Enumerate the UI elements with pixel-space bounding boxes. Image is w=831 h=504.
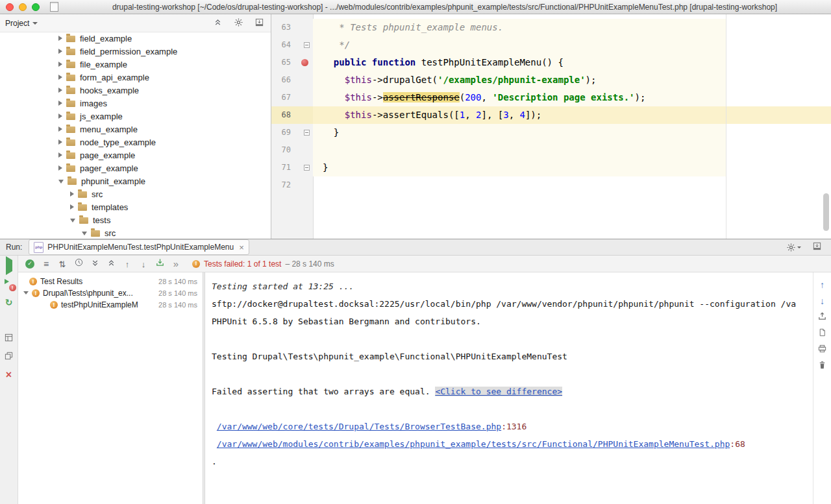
open-in-editor-button[interactable] <box>816 327 829 340</box>
show-ignored-button[interactable]: ≡ <box>40 258 53 270</box>
editor-line[interactable]: 71} <box>271 159 831 176</box>
project-tree-item[interactable]: field_permission_example <box>0 45 271 58</box>
chevron-right-icon[interactable] <box>58 62 62 67</box>
folder-icon <box>66 114 75 120</box>
editor-line[interactable]: 69 } <box>271 124 831 141</box>
chevron-right-icon[interactable] <box>58 139 62 145</box>
see-difference-link[interactable]: <Click to see difference> <box>435 387 562 396</box>
chevron-down-icon[interactable] <box>82 232 87 235</box>
collapse-all-button[interactable] <box>211 17 224 30</box>
editor-line[interactable]: 64 */ <box>271 36 831 54</box>
test-duration: 28 s 140 ms <box>156 301 197 309</box>
project-tree-item[interactable]: file_example <box>0 58 271 71</box>
hide-passed-button[interactable]: ✓ <box>23 258 36 270</box>
editor-line[interactable]: 72 <box>271 176 831 194</box>
project-tree-item[interactable]: page_example <box>0 149 271 162</box>
chevron-right-icon[interactable] <box>58 126 62 132</box>
test-history-button[interactable] <box>153 258 166 270</box>
editor-line[interactable]: 65 public function testPhpUnitExampleMen… <box>271 54 831 71</box>
project-tree-item[interactable]: src <box>0 187 271 200</box>
expand-all-button[interactable] <box>88 258 101 270</box>
editor-scrollbar[interactable] <box>823 193 829 231</box>
project-tree-item[interactable]: images <box>0 97 271 110</box>
code-editor[interactable]: 63 * Tests phpunit_example menus.64 */65… <box>271 14 831 239</box>
editor-line[interactable]: 67 $this->assertResponse(200, 'Descripti… <box>271 89 831 106</box>
failed-test-icon: ! <box>32 289 40 297</box>
hide-panel-button[interactable] <box>253 17 266 30</box>
chevron-right-icon[interactable] <box>70 204 74 210</box>
editor-line[interactable]: 70 <box>271 141 831 159</box>
project-tree-item[interactable]: src <box>0 226 271 239</box>
test-tree-item[interactable]: !testPhpUnitExampleM28 s 140 ms <box>18 299 203 311</box>
editor-line[interactable]: 63 * Tests phpunit_example menus. <box>271 19 831 36</box>
code-line-text: } <box>313 124 831 141</box>
chevron-right-icon[interactable] <box>58 101 62 106</box>
previous-occurrence-icon: ↑ <box>820 279 825 291</box>
project-tree-item[interactable]: menu_example <box>0 123 271 136</box>
next-failed-test-button[interactable]: ↓ <box>137 258 150 270</box>
fold-marker-icon[interactable] <box>304 42 310 48</box>
pin-tab-button[interactable] <box>3 350 16 363</box>
folder-name: hooks_example <box>80 86 139 95</box>
zoom-window-button[interactable] <box>32 3 40 11</box>
next-occurrence-button[interactable]: ↓ <box>816 294 829 307</box>
restore-layout-button[interactable] <box>3 332 16 345</box>
test-console[interactable]: Testing started at 13:25 ...sftp://docke… <box>205 272 813 504</box>
settings-gear-button[interactable] <box>232 17 245 30</box>
chevron-right-icon[interactable] <box>58 152 62 158</box>
test-tree-item[interactable]: !Test Results28 s 140 ms <box>18 276 203 287</box>
fold-marker-icon[interactable] <box>304 130 310 136</box>
chevron-right-icon[interactable] <box>58 36 62 41</box>
project-tree-item[interactable]: field_example <box>0 32 271 45</box>
hide-panel-button[interactable] <box>810 241 823 254</box>
project-tree-item[interactable]: hooks_example <box>0 84 271 97</box>
editor-line[interactable]: 68 $this->assertEquals([1, 2], [3, 4]); <box>271 106 831 124</box>
chevron-down-icon[interactable] <box>23 291 29 297</box>
export-test-results-button[interactable] <box>816 311 829 324</box>
chevron-right-icon[interactable] <box>58 75 62 80</box>
close-tab-icon[interactable]: × <box>239 243 244 252</box>
previous-occurrence-button[interactable]: ↑ <box>816 278 829 291</box>
chevron-down-icon[interactable] <box>70 219 75 222</box>
chevron-right-icon[interactable] <box>70 191 74 197</box>
close-window-button[interactable] <box>6 3 14 11</box>
stop-button[interactable] <box>3 314 16 327</box>
editor-line[interactable]: 66 $this->drupalGet('/examples/phpunit-e… <box>271 71 831 89</box>
test-tree-item[interactable]: !Drupal\Tests\phpunit_ex...28 s 140 ms <box>18 287 203 299</box>
minimize-window-button[interactable] <box>19 3 27 11</box>
rerun-failed-tests-button[interactable]: ! <box>3 278 16 291</box>
chevron-down-icon[interactable] <box>58 180 64 184</box>
sort-alphabetically-button[interactable]: ⇅ <box>56 258 69 270</box>
project-tree-item[interactable]: node_type_example <box>0 136 271 149</box>
chevron-right-icon[interactable] <box>58 165 62 171</box>
sort-by-duration-button[interactable] <box>72 258 85 270</box>
project-view-selector[interactable]: Project <box>5 19 38 28</box>
project-tree-item[interactable]: templates <box>0 200 271 213</box>
clear-console-icon <box>817 360 827 372</box>
stack-trace-link[interactable]: /var/www/web/modules/contrib/examples/ph… <box>217 439 730 449</box>
chevron-right-icon[interactable] <box>58 49 62 54</box>
collapse-all-button[interactable] <box>105 258 118 270</box>
fold-marker-icon[interactable] <box>304 165 310 171</box>
print-button[interactable] <box>816 343 829 356</box>
settings-gear-button[interactable] <box>787 241 800 254</box>
project-tree-item[interactable]: js_example <box>0 110 271 123</box>
chevron-right-icon[interactable] <box>58 88 62 93</box>
previous-failed-test-button[interactable]: ↑ <box>121 258 134 270</box>
toggle-auto-test-button[interactable]: ↻ <box>3 296 16 309</box>
chevron-right-icon[interactable] <box>58 114 62 119</box>
folder-icon <box>66 62 75 68</box>
clear-console-button[interactable] <box>816 359 829 372</box>
close-button[interactable]: × <box>3 368 16 381</box>
rerun-button[interactable] <box>3 259 16 272</box>
project-tree-item[interactable]: tests <box>0 213 271 226</box>
failed-test-gutter-icon[interactable] <box>301 59 308 66</box>
more-actions-chevron[interactable]: » <box>169 258 182 270</box>
project-tree-item[interactable]: form_api_example <box>0 71 271 84</box>
project-tree-item[interactable]: phpunit_example <box>0 174 271 187</box>
test-results-tree: !Test Results28 s 140 ms!Drupal\Tests\ph… <box>18 272 203 504</box>
pin-tab-icon <box>4 351 14 363</box>
project-tree-item[interactable]: pager_example <box>0 162 271 174</box>
stack-trace-link[interactable]: /var/www/web/core/tests/Drupal/Tests/Bro… <box>217 422 501 431</box>
run-configuration-tab[interactable]: php PHPUnitExampleMenuTest.testPhpUnitEx… <box>29 239 249 255</box>
